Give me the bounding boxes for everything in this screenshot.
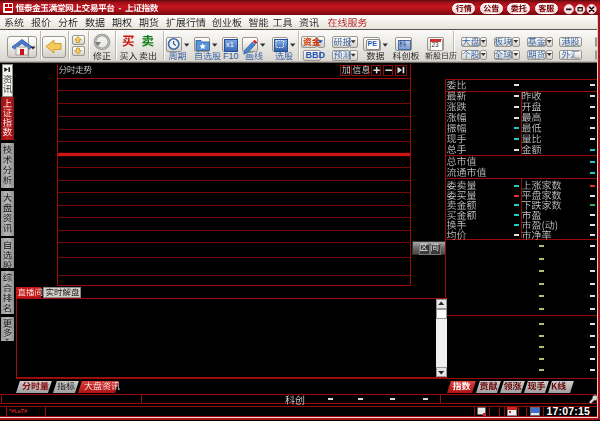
svg-text:*#LaT#: *#LaT# — [9, 408, 27, 414]
svg-text:17:07:15: 17:07:15 — [547, 405, 591, 417]
